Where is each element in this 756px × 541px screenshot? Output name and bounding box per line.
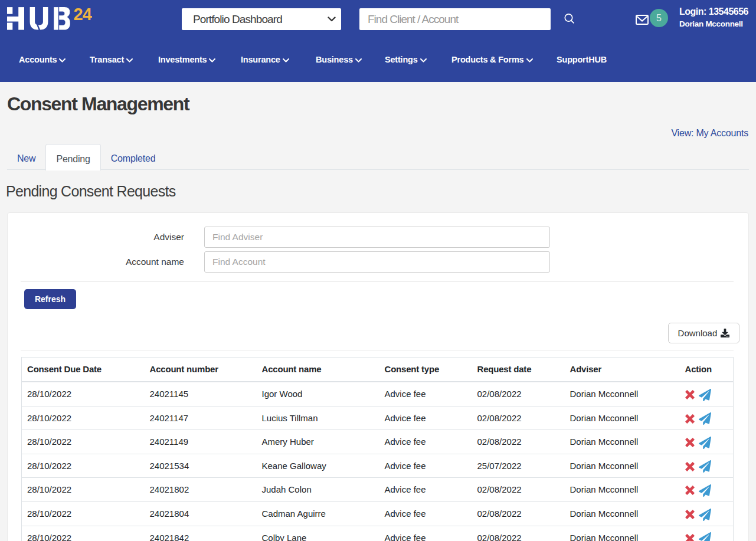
svg-text:24: 24 (74, 6, 92, 24)
